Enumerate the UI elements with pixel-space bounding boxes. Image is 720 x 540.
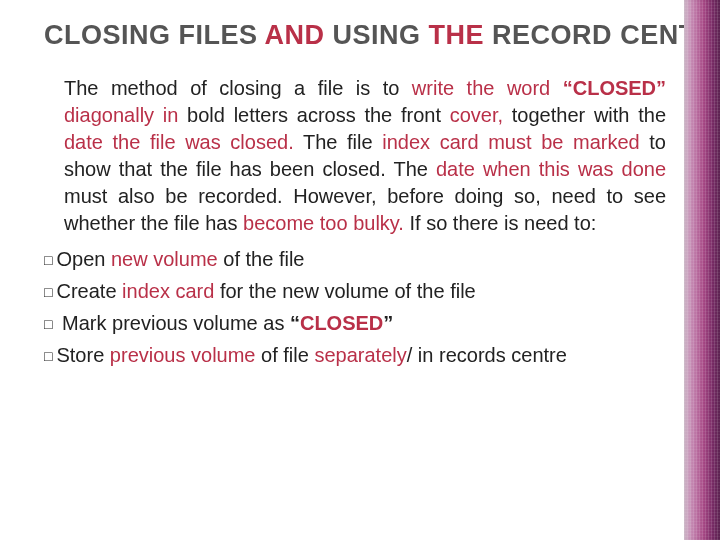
para-word: has xyxy=(205,212,237,234)
list-word: previous xyxy=(110,344,186,366)
para-word: of xyxy=(190,77,207,99)
title-word: FILES xyxy=(179,20,258,50)
para-word: The xyxy=(303,131,337,153)
para-word: The xyxy=(393,158,427,180)
list-word: Store xyxy=(56,344,104,366)
list-word: the xyxy=(246,248,274,270)
para-word: need xyxy=(551,185,596,207)
para-word: this xyxy=(539,158,570,180)
list-item: □ Mark previous volume as “CLOSED” xyxy=(44,307,676,339)
para-word: bold xyxy=(187,104,225,126)
para-word: “CLOSED” xyxy=(563,77,666,99)
bullet-list: □Open new volume of the file□Create inde… xyxy=(44,243,676,371)
list-word: CLOSED xyxy=(300,312,383,334)
para-word: there xyxy=(453,212,499,234)
list-item: □Store previous volume of file separatel… xyxy=(44,339,676,371)
para-word: to xyxy=(649,131,666,153)
list-word: new xyxy=(111,248,148,270)
para-word: show xyxy=(64,158,111,180)
para-word: cover, xyxy=(450,104,503,126)
para-word: was xyxy=(578,158,614,180)
list-word: volume xyxy=(153,248,217,270)
para-word: too xyxy=(320,212,348,234)
list-word: card xyxy=(175,280,214,302)
para-word: when xyxy=(483,158,531,180)
para-word: become xyxy=(243,212,314,234)
list-word: as xyxy=(263,312,284,334)
para-word: file xyxy=(196,158,222,180)
checkbox-icon: □ xyxy=(44,317,52,331)
checkbox-icon: □ xyxy=(44,285,52,299)
para-word: recorded. xyxy=(198,185,283,207)
para-word: the xyxy=(160,158,188,180)
list-item: □Open new volume of the file xyxy=(44,243,676,275)
para-word: write xyxy=(412,77,454,99)
para-word: the xyxy=(113,131,141,153)
para-word: to xyxy=(383,77,400,99)
list-word: of xyxy=(223,248,240,270)
para-word: to: xyxy=(574,212,596,234)
list-item: □Create index card for the new volume of… xyxy=(44,275,676,307)
para-word: letters xyxy=(234,104,288,126)
list-word: volume xyxy=(193,312,257,334)
para-word: the xyxy=(638,104,666,126)
para-word: so, xyxy=(514,185,541,207)
para-word: file xyxy=(174,212,200,234)
para-word: file xyxy=(318,77,344,99)
para-word: a xyxy=(294,77,305,99)
list-word: in xyxy=(418,344,434,366)
title-word: THE xyxy=(429,20,485,50)
para-word: is xyxy=(356,77,370,99)
para-word: date xyxy=(64,131,103,153)
para-word: be xyxy=(165,185,187,207)
list-word: of xyxy=(261,344,278,366)
list-word: file xyxy=(279,248,305,270)
para-word: must xyxy=(64,185,107,207)
title-word: CLOSING xyxy=(44,20,171,50)
title-word: AND xyxy=(265,20,325,50)
para-word: must xyxy=(488,131,531,153)
para-word: index xyxy=(382,131,430,153)
title-word: USING xyxy=(333,20,421,50)
para-word: whether xyxy=(64,212,135,234)
para-word: method xyxy=(111,77,178,99)
checkbox-icon: □ xyxy=(44,253,52,267)
para-word: closing xyxy=(219,77,281,99)
list-word: for xyxy=(220,280,243,302)
list-word: records xyxy=(439,344,506,366)
list-word: previous xyxy=(112,312,188,334)
para-word: diagonally xyxy=(64,104,154,126)
list-word: the xyxy=(249,280,277,302)
para-word: also xyxy=(118,185,155,207)
list-word: separately xyxy=(314,344,406,366)
para-word: so xyxy=(426,212,447,234)
para-word: across xyxy=(297,104,356,126)
para-word: is xyxy=(504,212,518,234)
para-word: closed. xyxy=(230,131,293,153)
list-word: new xyxy=(282,280,319,302)
list-word: ” xyxy=(383,312,393,334)
list-word: file xyxy=(450,280,476,302)
title-word: RECORD xyxy=(492,20,612,50)
para-word: the xyxy=(141,212,169,234)
para-word: marked xyxy=(573,131,640,153)
para-word: with xyxy=(594,104,630,126)
list-word: / xyxy=(407,344,413,366)
para-word: the xyxy=(467,77,495,99)
para-word: done xyxy=(622,158,667,180)
para-word: card xyxy=(440,131,479,153)
para-word: be xyxy=(541,131,563,153)
para-word: in xyxy=(163,104,179,126)
list-word: Mark xyxy=(62,312,106,334)
para-word: was xyxy=(185,131,221,153)
checkbox-icon: □ xyxy=(44,349,52,363)
list-word: volume xyxy=(324,280,388,302)
para-word: The xyxy=(64,77,98,99)
para-word: closed. xyxy=(322,158,385,180)
para-word: has xyxy=(230,158,262,180)
para-word: word xyxy=(507,77,550,99)
list-word: Open xyxy=(56,248,105,270)
list-word: centre xyxy=(511,344,567,366)
list-word: index xyxy=(122,280,170,302)
para-word: doing xyxy=(455,185,504,207)
